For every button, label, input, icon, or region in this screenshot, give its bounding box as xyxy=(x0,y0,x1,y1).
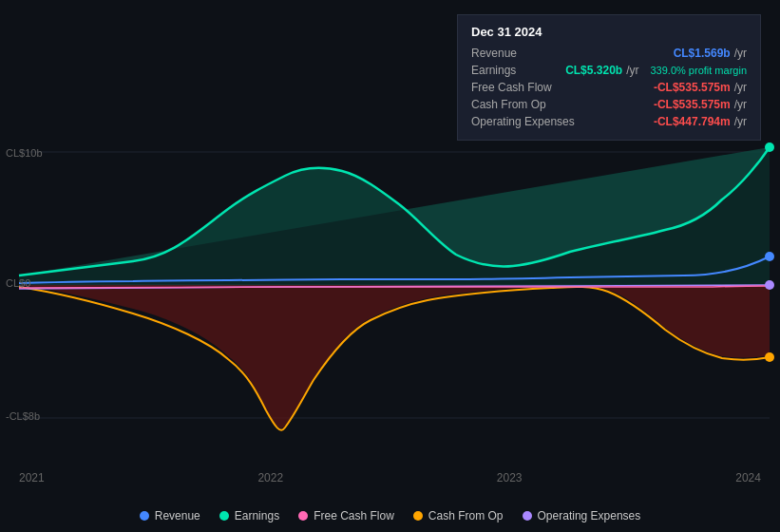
legend-earnings: Earnings xyxy=(219,509,279,522)
legend-opex: Operating Expenses xyxy=(523,509,641,522)
tooltip-date: Dec 31 2024 xyxy=(471,25,747,39)
x-label-2024: 2024 xyxy=(735,471,761,484)
tooltip-earnings-value: CL$5.320b xyxy=(565,64,622,77)
legend-cashop-label: Cash From Op xyxy=(428,509,504,522)
legend-revenue-dot xyxy=(140,511,149,521)
y-label-bottom: -CL$8b xyxy=(6,410,40,422)
x-label-2022: 2022 xyxy=(257,471,283,484)
tooltip-opex-label: Operating Expenses xyxy=(471,115,575,128)
tooltip-cashop-unit: /yr xyxy=(734,98,747,111)
tooltip-revenue-unit: /yr xyxy=(734,47,747,60)
legend-fcf-dot xyxy=(298,511,308,521)
x-label-2023: 2023 xyxy=(497,471,523,484)
legend-revenue-label: Revenue xyxy=(155,509,200,522)
svg-point-6 xyxy=(765,352,774,362)
tooltip-earnings-row: Earnings CL$5.320b /yr 339.0% profit mar… xyxy=(471,62,747,79)
tooltip-fcf-unit: /yr xyxy=(734,81,747,94)
legend-cashop: Cash From Op xyxy=(413,509,504,522)
x-axis-labels: 2021 2022 2023 2024 xyxy=(19,471,761,484)
legend-earnings-label: Earnings xyxy=(235,509,279,522)
chart-legend: Revenue Earnings Free Cash Flow Cash Fro… xyxy=(0,509,780,522)
tooltip-revenue-value: CL$1.569b xyxy=(674,47,731,60)
svg-point-4 xyxy=(765,142,774,152)
tooltip-revenue-label: Revenue xyxy=(471,47,517,60)
tooltip-earnings-label: Earnings xyxy=(471,64,516,77)
legend-fcf: Free Cash Flow xyxy=(298,509,394,522)
legend-cashop-dot xyxy=(413,511,423,521)
tooltip-opex-unit: /yr xyxy=(734,115,747,128)
svg-point-7 xyxy=(765,280,774,290)
tooltip-revenue-row: Revenue CL$1.569b /yr xyxy=(471,45,747,62)
legend-fcf-label: Free Cash Flow xyxy=(314,509,394,522)
y-label-top: CL$10b xyxy=(6,147,43,159)
tooltip-fcf-value: -CL$535.575m xyxy=(654,81,731,94)
legend-opex-label: Operating Expenses xyxy=(538,509,641,522)
tooltip-earnings-unit: /yr xyxy=(626,64,638,77)
tooltip-cashop-value: -CL$535.575m xyxy=(654,98,731,111)
tooltip-opex-row: Operating Expenses -CL$447.794m /yr xyxy=(471,113,747,130)
svg-point-5 xyxy=(765,252,774,261)
x-label-2021: 2021 xyxy=(19,471,45,484)
legend-earnings-dot xyxy=(219,511,229,521)
tooltip-card: Dec 31 2024 Revenue CL$1.569b /yr Earnin… xyxy=(457,14,761,141)
tooltip-cashop-row: Cash From Op -CL$535.575m /yr xyxy=(471,96,747,113)
legend-opex-dot xyxy=(523,511,532,521)
tooltip-earnings-margin: 339.0% profit margin xyxy=(651,65,748,76)
tooltip-fcf-row: Free Cash Flow -CL$535.575m /yr xyxy=(471,79,747,96)
tooltip-cashop-label: Cash From Op xyxy=(471,98,546,111)
y-label-zero: CL$0 xyxy=(6,277,30,289)
tooltip-opex-value: -CL$447.794m xyxy=(654,115,731,128)
legend-revenue: Revenue xyxy=(140,509,200,522)
tooltip-fcf-label: Free Cash Flow xyxy=(471,81,552,94)
